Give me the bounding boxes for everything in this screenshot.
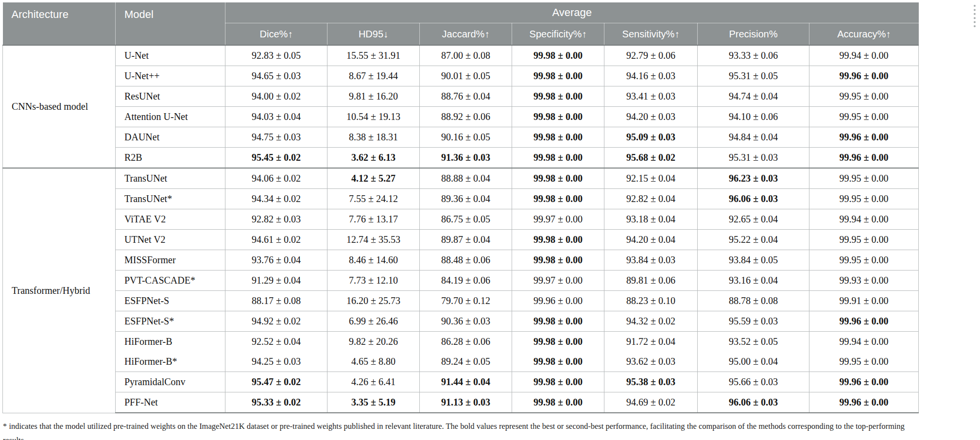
value-cell: 99.98 ± 0.00 — [512, 66, 604, 86]
model-cell: U-Net — [116, 45, 225, 66]
value-cell: 91.36 ± 0.03 — [420, 148, 512, 169]
value-cell: 94.61 ± 0.02 — [225, 230, 327, 250]
value-cell: 99.97 ± 0.00 — [512, 209, 604, 230]
value-cell: 95.38 ± 0.03 — [604, 372, 698, 392]
value-cell: 95.00 ± 0.04 — [698, 352, 809, 372]
value-cell: 99.91 ± 0.00 — [809, 291, 919, 311]
value-cell: 99.98 ± 0.00 — [512, 311, 604, 332]
value-cell: 88.78 ± 0.08 — [698, 291, 809, 311]
value-cell: 86.75 ± 0.05 — [420, 209, 512, 230]
table-row: Transformer/HybridTransUNet94.06 ± 0.024… — [3, 168, 919, 189]
value-cell: 92.82 ± 0.04 — [604, 189, 698, 209]
value-cell: 94.20 ± 0.04 — [604, 230, 698, 250]
value-cell: 92.82 ± 0.03 — [225, 209, 327, 230]
value-cell: 95.31 ± 0.05 — [698, 66, 809, 86]
value-cell: 99.96 ± 0.00 — [809, 66, 919, 86]
table-row: Attention U-Net94.03 ± 0.0410.54 ± 19.13… — [3, 107, 919, 127]
col-header-sensitivity: Sensitivity%↑ — [604, 23, 698, 46]
model-cell: PVT-CASCADE* — [116, 271, 225, 291]
value-cell: 96.06 ± 0.03 — [698, 189, 809, 209]
table-row: ESFPNet-S*94.92 ± 0.026.99 ± 26.4690.36 … — [3, 311, 919, 332]
value-cell: 94.92 ± 0.02 — [225, 311, 327, 332]
model-cell: PyramidalConv — [116, 372, 225, 392]
value-cell: 3.35 ± 5.19 — [327, 392, 420, 413]
value-cell: 92.79 ± 0.06 — [604, 45, 698, 66]
table-row: ResUNet94.00 ± 0.029.81 ± 16.2088.76 ± 0… — [3, 86, 919, 107]
value-cell: 96.06 ± 0.03 — [698, 392, 809, 413]
value-cell: 6.99 ± 26.46 — [327, 311, 420, 332]
value-cell: 99.98 ± 0.00 — [512, 45, 604, 66]
value-cell: 94.69 ± 0.02 — [604, 392, 698, 413]
table-row: PFF-Net95.33 ± 0.023.35 ± 5.1991.13 ± 0.… — [3, 392, 919, 413]
value-cell: 87.00 ± 0.08 — [420, 45, 512, 66]
value-cell: 84.19 ± 0.06 — [420, 271, 512, 291]
value-cell: 99.98 ± 0.00 — [512, 372, 604, 392]
value-cell: 12.74 ± 35.53 — [327, 230, 420, 250]
value-cell: 96.23 ± 0.03 — [698, 168, 809, 189]
value-cell: 94.06 ± 0.02 — [225, 168, 327, 189]
value-cell: 92.52 ± 0.04 — [225, 332, 327, 352]
value-cell: 95.31 ± 0.03 — [698, 148, 809, 169]
value-cell: 99.95 ± 0.00 — [809, 230, 919, 250]
value-cell: 99.96 ± 0.00 — [809, 372, 919, 392]
value-cell: 9.81 ± 16.20 — [327, 86, 420, 107]
value-cell: 8.38 ± 18.31 — [327, 127, 420, 148]
value-cell: 93.84 ± 0.05 — [698, 250, 809, 271]
value-cell: 4.12 ± 5.27 — [327, 168, 420, 189]
table-row: TransUNet*94.34 ± 0.027.55 ± 24.1289.36 … — [3, 189, 919, 209]
value-cell: 93.62 ± 0.03 — [604, 352, 698, 372]
value-cell: 99.96 ± 0.00 — [809, 392, 919, 413]
value-cell: 89.87 ± 0.04 — [420, 230, 512, 250]
value-cell: 99.95 ± 0.00 — [809, 189, 919, 209]
value-cell: 99.93 ± 0.00 — [809, 271, 919, 291]
value-cell: 95.22 ± 0.04 — [698, 230, 809, 250]
value-cell: 4.26 ± 6.41 — [327, 372, 420, 392]
value-cell: 88.88 ± 0.04 — [420, 168, 512, 189]
model-cell: ESFPNet-S — [116, 291, 225, 311]
value-cell: 95.33 ± 0.02 — [225, 392, 327, 413]
value-cell: 94.74 ± 0.04 — [698, 86, 809, 107]
value-cell: 99.95 ± 0.00 — [809, 168, 919, 189]
value-cell: 16.20 ± 25.73 — [327, 291, 420, 311]
col-header-dice: Dice%↑ — [225, 23, 327, 46]
value-cell: 94.84 ± 0.04 — [698, 127, 809, 148]
scrollbar-dots[interactable] — [974, 5, 976, 27]
value-cell: 99.96 ± 0.00 — [809, 311, 919, 332]
value-cell: 88.23 ± 0.10 — [604, 291, 698, 311]
value-cell: 88.48 ± 0.06 — [420, 250, 512, 271]
table-row: ViTAE V292.82 ± 0.037.76 ± 13.1786.75 ± … — [3, 209, 919, 230]
model-cell: DAUNet — [116, 127, 225, 148]
table-row: ESFPNet-S88.17 ± 0.0816.20 ± 25.7379.70 … — [3, 291, 919, 311]
model-cell: PFF-Net — [116, 392, 225, 413]
model-cell: HiFormer-B* — [116, 352, 225, 372]
table-row: CNNs-based modelU-Net92.83 ± 0.0515.55 ±… — [3, 45, 919, 66]
col-header-hd95: HD95↓ — [327, 23, 420, 46]
model-cell: R2B — [116, 148, 225, 169]
value-cell: 99.96 ± 0.00 — [809, 148, 919, 169]
value-cell: 94.32 ± 0.02 — [604, 311, 698, 332]
value-cell: 99.94 ± 0.00 — [809, 209, 919, 230]
value-cell: 79.70 ± 0.12 — [420, 291, 512, 311]
table-footnote: * indicates that the model utilized pre-… — [3, 419, 917, 440]
table-row: DAUNet94.75 ± 0.038.38 ± 18.3190.16 ± 0.… — [3, 127, 919, 148]
value-cell: 93.41 ± 0.03 — [604, 86, 698, 107]
value-cell: 99.98 ± 0.00 — [512, 148, 604, 169]
value-cell: 94.34 ± 0.02 — [225, 189, 327, 209]
value-cell: 99.98 ± 0.00 — [512, 250, 604, 271]
architecture-cell: CNNs-based model — [3, 45, 116, 168]
value-cell: 92.15 ± 0.04 — [604, 168, 698, 189]
value-cell: 92.83 ± 0.05 — [225, 45, 327, 66]
model-cell: ViTAE V2 — [116, 209, 225, 230]
value-cell: 90.36 ± 0.03 — [420, 311, 512, 332]
table-row: R2B95.45 ± 0.023.62 ± 6.1391.36 ± 0.0399… — [3, 148, 919, 169]
value-cell: 88.76 ± 0.04 — [420, 86, 512, 107]
paper-table-figure: Architecture Model Average Dice%↑HD95↓Ja… — [2, 2, 919, 440]
value-cell: 10.54 ± 19.13 — [327, 107, 420, 127]
value-cell: 99.95 ± 0.00 — [809, 107, 919, 127]
value-cell: 93.16 ± 0.04 — [698, 271, 809, 291]
col-header-jaccard: Jaccard%↑ — [420, 23, 512, 46]
value-cell: 95.45 ± 0.02 — [225, 148, 327, 169]
col-header-model: Model — [116, 2, 225, 45]
value-cell: 99.98 ± 0.00 — [512, 86, 604, 107]
value-cell: 93.84 ± 0.03 — [604, 250, 698, 271]
